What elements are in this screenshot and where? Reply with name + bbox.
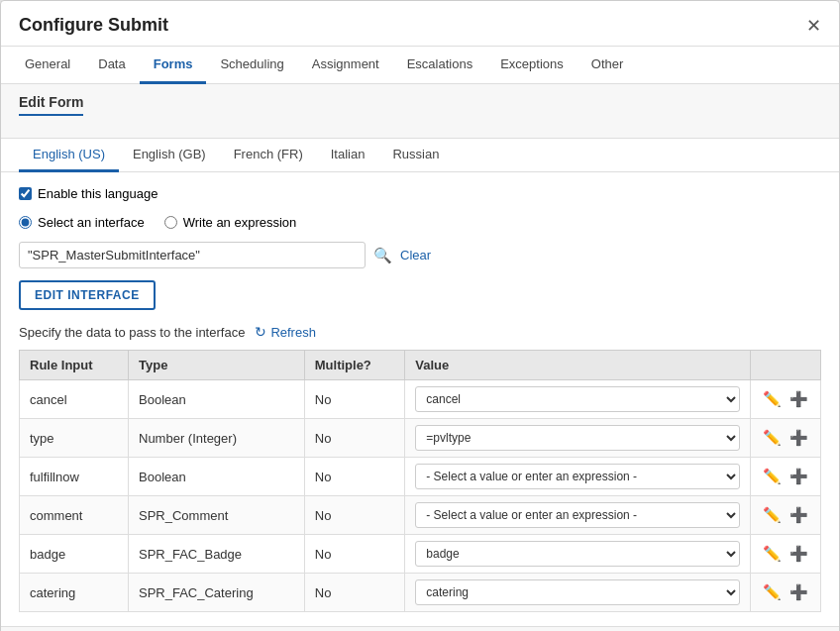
lang-tab-italian[interactable]: Italian [317, 139, 379, 172]
col-rule-input: Rule Input [20, 351, 129, 380]
tab-data[interactable]: Data [84, 47, 139, 84]
enable-language-row: Enable this language [19, 186, 821, 201]
value-select-2[interactable]: - Select a value or enter an expression … [415, 464, 740, 489]
add-row-button-0[interactable]: ➕ [788, 388, 810, 410]
cell-value: - Select a value or enter an expression … [405, 496, 751, 535]
modal-header: Configure Submit ✕ [1, 1, 839, 47]
enable-language-checkbox[interactable] [19, 187, 32, 200]
add-row-button-3[interactable]: ➕ [788, 504, 810, 526]
modal-title: Configure Submit [19, 15, 168, 36]
cell-type: SPR_FAC_Badge [129, 535, 305, 574]
language-tabs: English (US) English (GB) French (FR) It… [1, 139, 839, 172]
write-expression-label: Write an expression [183, 215, 297, 230]
cell-rule-input: comment [20, 496, 129, 535]
modal-footer: CANCEL OK [1, 626, 839, 631]
modal-body: Edit Form English (US) English (GB) Fren… [1, 84, 839, 626]
lookup-icon: 🔍 [373, 247, 392, 263]
edit-row-button-0[interactable]: ✏️ [761, 388, 784, 410]
value-select-0[interactable]: cancel [415, 386, 740, 412]
add-row-button-2[interactable]: ➕ [788, 466, 810, 487]
cell-actions: ✏️ ➕ [751, 458, 821, 496]
form-content: Enable this language Select an interface… [1, 172, 839, 626]
col-type: Type [129, 351, 305, 380]
edit-interface-button[interactable]: EDIT INTERFACE [19, 280, 156, 310]
specify-label: Specify the data to pass to the interfac… [19, 325, 245, 340]
enable-language-label: Enable this language [38, 186, 158, 201]
edit-row-button-5[interactable]: ✏️ [761, 581, 784, 603]
cell-value: badge [405, 535, 751, 574]
lang-tab-french-fr[interactable]: French (FR) [220, 139, 317, 172]
tab-exceptions[interactable]: Exceptions [486, 47, 578, 84]
lookup-icon-button[interactable]: 🔍 [373, 247, 392, 264]
tab-assignment[interactable]: Assignment [298, 47, 393, 84]
cell-rule-input: fulfillnow [20, 458, 129, 496]
cell-type: Boolean [129, 458, 305, 496]
cell-type: SPR_Comment [129, 496, 305, 535]
lang-tab-english-gb[interactable]: English (GB) [119, 139, 220, 172]
select-interface-label: Select an interface [38, 215, 145, 230]
lang-tab-english-us[interactable]: English (US) [19, 139, 119, 172]
add-row-button-1[interactable]: ➕ [788, 427, 810, 449]
cell-value: =pvltype [405, 419, 751, 458]
cell-actions: ✏️ ➕ [751, 419, 821, 458]
cell-actions: ✏️ ➕ [751, 535, 821, 574]
cell-rule-input: badge [20, 535, 129, 574]
cell-multiple: No [304, 458, 405, 496]
cell-rule-input: cancel [20, 380, 129, 419]
edit-form-section: Edit Form [1, 84, 839, 139]
edit-form-title: Edit Form [19, 94, 83, 116]
refresh-button[interactable]: ↻ Refresh [255, 324, 316, 340]
top-tabs: General Data Forms Scheduling Assignment… [1, 47, 839, 84]
interface-input[interactable] [19, 242, 366, 268]
tab-escalations[interactable]: Escalations [393, 47, 486, 84]
cell-multiple: No [304, 574, 405, 612]
cell-type: Number (Integer) [129, 419, 305, 458]
cell-multiple: No [304, 419, 405, 458]
table-row: comment SPR_Comment No - Select a value … [20, 496, 821, 535]
tab-forms[interactable]: Forms [140, 47, 207, 84]
cell-value: catering [405, 574, 751, 612]
cell-rule-input: type [20, 419, 129, 458]
value-select-1[interactable]: =pvltype [415, 425, 740, 451]
close-button[interactable]: ✕ [806, 17, 821, 35]
write-expression-radio[interactable] [164, 216, 177, 229]
configure-submit-modal: Configure Submit ✕ General Data Forms Sc… [0, 0, 840, 631]
table-row: badge SPR_FAC_Badge No badge ✏️ ➕ [20, 535, 821, 574]
tab-scheduling[interactable]: Scheduling [206, 47, 297, 84]
table-row: cancel Boolean No cancel ✏️ ➕ [20, 380, 821, 419]
edit-row-button-3[interactable]: ✏️ [761, 504, 784, 526]
edit-row-button-1[interactable]: ✏️ [761, 427, 784, 449]
add-row-button-4[interactable]: ➕ [788, 543, 810, 565]
table-row: type Number (Integer) No =pvltype ✏️ ➕ [20, 419, 821, 458]
cell-actions: ✏️ ➕ [751, 574, 821, 612]
col-multiple: Multiple? [304, 351, 405, 380]
tab-other[interactable]: Other [578, 47, 638, 84]
specify-row: Specify the data to pass to the interfac… [19, 324, 821, 340]
add-row-button-5[interactable]: ➕ [788, 581, 810, 603]
refresh-label: Refresh [270, 325, 316, 340]
cell-type: Boolean [129, 380, 305, 419]
cell-value: - Select a value or enter an expression … [405, 458, 751, 496]
data-table: Rule Input Type Multiple? Value cancel B… [19, 350, 821, 612]
interface-input-row: 🔍 Clear [19, 242, 821, 268]
lang-tab-russian[interactable]: Russian [378, 139, 453, 172]
cell-actions: ✏️ ➕ [751, 496, 821, 535]
value-select-5[interactable]: catering [415, 579, 740, 605]
write-expression-option[interactable]: Write an expression [164, 215, 297, 230]
clear-link[interactable]: Clear [400, 248, 431, 263]
tab-general[interactable]: General [11, 47, 84, 84]
edit-row-button-4[interactable]: ✏️ [761, 543, 784, 565]
select-interface-option[interactable]: Select an interface [19, 215, 145, 230]
table-row: fulfillnow Boolean No - Select a value o… [20, 458, 821, 496]
select-interface-radio[interactable] [19, 216, 32, 229]
table-row: catering SPR_FAC_Catering No catering ✏️… [20, 574, 821, 612]
col-value: Value [405, 351, 751, 380]
value-select-4[interactable]: badge [415, 541, 740, 567]
edit-row-button-2[interactable]: ✏️ [761, 466, 784, 487]
cell-rule-input: catering [20, 574, 129, 612]
interface-radio-row: Select an interface Write an expression [19, 215, 821, 230]
cell-multiple: No [304, 496, 405, 535]
value-select-3[interactable]: - Select a value or enter an expression … [415, 502, 740, 528]
cell-multiple: No [304, 535, 405, 574]
cell-multiple: No [304, 380, 405, 419]
